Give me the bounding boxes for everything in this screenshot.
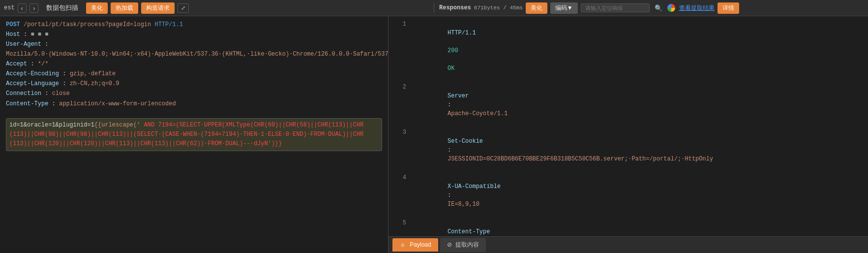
tab-payload-label: Payload <box>410 241 431 248</box>
resp-line-3: 3 Set-Cookie : JSESSIONID=0C28BD6B6E70BB… <box>389 127 868 173</box>
colon2: : <box>45 41 48 48</box>
colon6: : <box>45 90 52 97</box>
content-type-val: application/x-www-form-urlencoded <box>59 100 176 107</box>
resp-content-3: Set-Cookie : JSESSIONID=0C28BD6B6E70BBE2… <box>412 128 864 172</box>
search-icon-button[interactable]: 🔍 <box>653 3 664 13</box>
sp2 <box>448 56 451 63</box>
response-panel: 1 HTTP/1.1 200 OK 2 Server : Apache-Coyo… <box>389 16 868 253</box>
c: : <box>448 192 454 199</box>
response-body: 1 HTTP/1.1 200 OK 2 Server : Apache-Coyo… <box>389 16 868 236</box>
response-search-input[interactable] <box>581 3 650 12</box>
accept-language-line: Accept-Language : zh-CN,zh;q=0.9 <box>6 79 382 89</box>
colon7: : <box>52 100 59 107</box>
chrome-icon <box>667 4 675 12</box>
connection-val: close <box>52 90 70 97</box>
set-cookie-key: Set-Cookie <box>448 138 483 145</box>
hotload-button[interactable]: 热加载 <box>111 2 138 14</box>
left-toolbar: est ‹ › 数据包扫描 美化 热加载 构造请求 ⤢ <box>4 2 429 14</box>
resp-content-5: Content-Type : text/html;·charset=utf-8 <box>412 219 864 236</box>
host-line: Host : ■ ■ ■ <box>6 30 382 39</box>
http-proto: HTTP/1.1 <box>154 21 183 28</box>
tab-extract-label: 提取内容 <box>455 241 479 248</box>
request-content: POST /portal/pt/task/process?pageId=logi… <box>6 20 382 151</box>
server-val: Apache-Coyote/1.1 <box>448 110 508 117</box>
resp-content-2: Server : Apache-Coyote/1.1 <box>412 83 864 127</box>
resp-line-5: 5 Content-Type : text/html;·charset=utf-… <box>389 218 868 236</box>
colon: : <box>24 31 30 38</box>
host-key: Host <box>6 31 20 38</box>
line-num-1: 1 <box>392 20 406 29</box>
request-panel: POST /portal/pt/task/process?pageId=logi… <box>0 16 389 253</box>
c: : <box>448 147 454 154</box>
request-url: /portal/pt/task/process?pageId=login <box>24 21 151 28</box>
user-agent-line: User-Agent : Mozilla/5.0·(Windows·NT·10.… <box>6 40 382 59</box>
expand-left-button[interactable]: ⤢ <box>178 3 189 13</box>
status-text: OK <box>448 65 454 72</box>
nav-next-button[interactable]: › <box>30 3 38 13</box>
line-num-3: 3 <box>392 128 406 137</box>
status-code: 200 <box>448 47 458 54</box>
xua-key: X-UA-Compatible <box>448 183 501 190</box>
http-version: HTTP/1.1 <box>448 30 476 36</box>
toolbar-divider <box>434 3 434 13</box>
accept-language-val: zh-CN,zh;q=0.9 <box>70 80 120 87</box>
accept-line: Accept : */* <box>6 60 382 69</box>
payload-icon: ⊙ <box>399 242 406 249</box>
beautify-right-button[interactable]: 美化 <box>526 2 547 14</box>
resp-content-1: HTTP/1.1 200 OK <box>412 20 864 82</box>
accept-language-key: Accept-Language <box>6 80 59 87</box>
set-cookie-val: JSESSIONID=0C28BD6B6E70BBE29F6B318B5C50C… <box>448 156 713 162</box>
connection-line: Connection : close <box>6 89 382 98</box>
resp-line-1: 1 HTTP/1.1 200 OK <box>389 19 868 82</box>
accept-encoding-key: Accept-Encoding <box>6 70 59 77</box>
packet-scan-label: 数据包扫描 <box>41 2 83 14</box>
server-key: Server <box>448 93 469 99</box>
tab-payload[interactable]: ⊙ Payload <box>392 238 438 252</box>
tab-extract[interactable]: ⊘ 提取内容 <box>440 238 486 252</box>
accept-encoding-val: gzip,·deflate <box>70 70 116 77</box>
content-type-line: Content-Type : application/x-www-form-ur… <box>6 99 382 109</box>
resp-content-4: X-UA-Compatible : IE=8,9,10 <box>412 173 864 218</box>
detail-button[interactable]: 详情 <box>718 2 739 14</box>
response-size: 671bytes / 45ms <box>474 5 523 11</box>
host-val: ■ ■ ■ <box>30 31 48 38</box>
accept-key: Accept <box>6 61 27 67</box>
user-agent-key: User-Agent <box>6 41 41 48</box>
construct-button[interactable]: 构造请求 <box>141 2 175 14</box>
main-content: POST /portal/pt/task/process?pageId=logi… <box>0 16 868 253</box>
encode-button[interactable]: 编码▼ <box>550 2 578 14</box>
resp-line-4: 4 X-UA-Compatible : IE=8,9,10 <box>389 173 868 218</box>
payload-prefix: id=1&oracle=1&pluginid=1 <box>9 122 94 128</box>
blank-line <box>6 109 382 114</box>
c: : <box>448 101 454 108</box>
xua-val: IE=8,9,10 <box>448 201 479 208</box>
nav-prev-button[interactable]: ‹ <box>18 3 27 13</box>
bottom-tabs: ⊙ Payload ⊘ 提取内容 <box>389 236 868 253</box>
colon4: : <box>62 70 69 77</box>
content-type-key: Content-Type <box>6 100 48 107</box>
tab-extract-icon: ⊘ <box>447 241 452 248</box>
request-line: POST /portal/pt/task/process?pageId=logi… <box>6 20 382 30</box>
beautify-left-button[interactable]: 美化 <box>86 2 108 14</box>
right-toolbar: Responses 671bytes / 45ms 美化 编码▼ 🔍 查看提取结… <box>439 2 864 14</box>
accept-encoding-line: Accept-Encoding : gzip,·deflate <box>6 69 382 79</box>
connection-key: Connection <box>6 90 41 97</box>
responses-label: Responses <box>439 4 471 11</box>
payload-area: id=1&oracle=1&pluginid=1{{urlescape(' AN… <box>6 118 382 152</box>
http-method: POST <box>6 21 20 28</box>
accept-val: */* <box>38 61 49 67</box>
line-num-5: 5 <box>392 219 406 227</box>
colon3: : <box>30 61 37 67</box>
view-results-button[interactable]: 查看提取结果 <box>679 4 715 12</box>
colon5: : <box>62 80 69 87</box>
ct-key: Content-Type <box>448 228 490 235</box>
top-toolbar: est ‹ › 数据包扫描 美化 热加载 构造请求 ⤢ Responses 67… <box>0 0 868 16</box>
line-num-2: 2 <box>392 83 406 92</box>
resp-line-2: 2 Server : Apache-Coyote/1.1 <box>389 82 868 127</box>
urlescape-func: {{urlescape(' <box>94 122 141 128</box>
line-num-4: 4 <box>392 173 406 182</box>
sp <box>448 38 451 45</box>
tab-title: est <box>4 4 15 11</box>
user-agent-val: Mozilla/5.0·(Windows·NT·10.0;·Win64;·x64… <box>6 51 389 58</box>
